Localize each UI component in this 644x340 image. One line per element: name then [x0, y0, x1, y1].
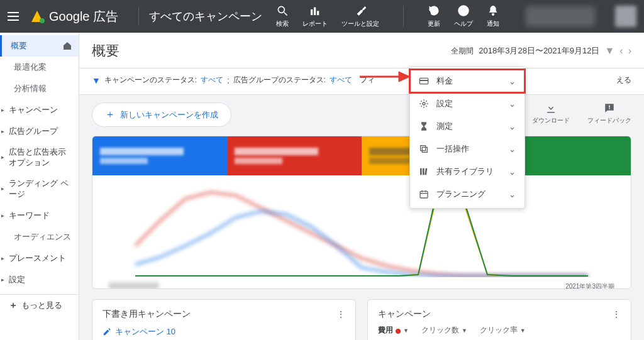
filter-icon[interactable]: ▼ [92, 75, 101, 85]
svg-rect-8 [609, 106, 610, 108]
date-range: 2018年3月28日〜2021年9月12日 [479, 45, 599, 57]
chevron-down-icon: ⌄ [509, 167, 516, 177]
nav-insights[interactable]: 分析情報 [0, 78, 79, 99]
home-icon [62, 41, 72, 51]
nav-adgroups[interactable]: ▸広告グループ [0, 121, 79, 142]
metric-clicks[interactable]: クリック数▼ [421, 325, 467, 336]
chevron-down-icon: ⌄ [509, 190, 516, 199]
chevron-down-icon: ⌄ [509, 99, 516, 109]
chevron-down-icon: ⌄ [509, 122, 516, 131]
nav-campaigns[interactable]: ▸キャンペーン [0, 99, 79, 121]
menu-icon[interactable] [8, 9, 23, 24]
calendar-icon [419, 189, 429, 199]
drafts-campaign-link[interactable]: キャンペーン 10 [103, 326, 345, 337]
svg-rect-19 [425, 168, 427, 175]
library-icon [419, 167, 429, 177]
header-divider-2 [403, 6, 404, 27]
svg-rect-4 [317, 11, 319, 15]
avatar[interactable] [615, 6, 636, 27]
callout-arrow-icon [360, 69, 410, 84]
download-button[interactable]: ダウンロード [532, 102, 570, 125]
metric-ctr[interactable]: クリック率▼ [480, 325, 526, 336]
refresh-icon[interactable]: 更新 [428, 4, 440, 28]
hourglass-icon [419, 121, 429, 131]
stack-icon [419, 144, 429, 154]
feedback-button[interactable]: フィードバック [587, 102, 631, 125]
nav-overview-label: 概要 [11, 40, 27, 52]
campaigns-title: キャンペーン [378, 309, 431, 320]
brand-label: Google 広告 [49, 8, 118, 25]
status-val-2[interactable]: すべて [330, 75, 352, 85]
new-campaign-label: 新しいキャンペーンを作成 [120, 109, 218, 121]
nav-audience[interactable]: オーディエンス [0, 226, 79, 248]
account-info-redacted [526, 6, 595, 26]
chevron-down-icon: ⌄ [509, 145, 516, 154]
svg-rect-18 [423, 168, 425, 175]
date-prev-icon[interactable]: ‹ [619, 45, 623, 57]
nav-landing[interactable]: ▸ランディング ページ [0, 173, 79, 205]
tools-label: ツールと設定 [341, 19, 379, 28]
tools-menu-bulk[interactable]: 一括操作 ⌄ [410, 138, 525, 160]
nav-more[interactable]: ＋もっと見る [0, 294, 79, 316]
metric-tile-blue[interactable] [92, 136, 227, 175]
left-nav: 概要 最適化案 分析情報 ▸キャンペーン ▸広告グループ ▸広告と広告表示オプシ… [0, 33, 79, 340]
svg-rect-16 [422, 147, 427, 152]
svg-rect-3 [314, 8, 316, 15]
tools-menu-measure[interactable]: 測定 ⌄ [410, 115, 525, 138]
tools-menu-settings[interactable]: 設定 ⌄ [410, 92, 525, 115]
metric-cost-dot [396, 329, 401, 334]
date-label: 全期間 [451, 46, 474, 57]
summary-chart-card: 2021年第3四半期 [92, 136, 631, 289]
campaigns-card: キャンペーン ⋮ 費用▼ クリック数▼ クリック率▼ [367, 299, 631, 340]
header-bar: Google 広告 すべてのキャンペーン 検索 レポート ツールと設定 更新 ?… [0, 0, 644, 33]
nav-keywords[interactable]: ▸キーワード [0, 205, 79, 226]
scope-label[interactable]: すべてのキャンペーン [149, 9, 262, 24]
status-text-2: 広告グループのステータス: [233, 75, 326, 85]
svg-rect-15 [421, 146, 426, 151]
metric-cost[interactable]: 費用▼ [378, 325, 409, 336]
google-ads-logo-icon [30, 9, 44, 23]
status-val-1[interactable]: すべて [201, 75, 223, 85]
refresh-label: 更新 [428, 19, 440, 28]
date-range-picker[interactable]: 全期間 2018年3月28日〜2021年9月12日 ▼ ‹ › [451, 45, 631, 57]
date-next-icon[interactable]: › [628, 45, 631, 57]
header-tools: 検索 レポート ツールと設定 更新 ? ヘルプ 通知 [276, 4, 636, 28]
drafts-title: 下書き用キャンペーン [103, 309, 191, 320]
status-trail: える [616, 75, 631, 85]
svg-rect-13 [419, 80, 428, 81]
date-dropdown-icon[interactable]: ▼ [605, 45, 615, 57]
header-divider [138, 7, 139, 26]
help-icon[interactable]: ? ヘルプ [454, 4, 473, 28]
reports-icon[interactable]: レポート [303, 4, 328, 28]
new-campaign-button[interactable]: ＋ 新しいキャンペーンを作成 [92, 102, 231, 127]
page-header: 概要 全期間 2018年3月28日〜2021年9月12日 ▼ ‹ › [79, 33, 644, 69]
svg-rect-9 [609, 108, 610, 109]
gear-icon [419, 99, 429, 109]
tools-icon[interactable]: ツールと設定 [341, 4, 379, 28]
nav-settings[interactable]: ▸設定 [0, 269, 79, 290]
search-icon[interactable]: 検索 [276, 4, 289, 28]
nav-placement[interactable]: ▸プレースメント [0, 248, 79, 269]
svg-point-7 [492, 13, 494, 15]
campaigns-menu-icon[interactable]: ⋮ [612, 309, 621, 319]
tools-menu-shared[interactable]: 共有ライブラリ ⌄ [410, 160, 525, 183]
drafts-menu-icon[interactable]: ⋮ [336, 309, 345, 319]
chart-svg [103, 183, 621, 277]
tools-menu-planning[interactable]: プランニング ⌄ [410, 183, 525, 206]
svg-rect-17 [420, 168, 422, 175]
chart-metric-tiles [92, 136, 631, 175]
svg-rect-2 [311, 9, 313, 14]
nav-optimize[interactable]: 最適化案 [0, 57, 79, 78]
nav-overview[interactable]: 概要 [0, 35, 79, 57]
nav-ads-ext[interactable]: ▸広告と広告表示オプション [0, 142, 79, 173]
tools-menu: 料金 ⌄ 設定 ⌄ 測定 ⌄ 一括操作 ⌄ 共有ライブラリ ⌄ [409, 67, 525, 209]
search-label: 検索 [276, 19, 289, 28]
drafts-card: 下書き用キャンペーン ⋮ キャンペーン 10 [92, 299, 356, 340]
svg-text:?: ? [462, 6, 466, 14]
reports-label: レポート [303, 19, 328, 28]
x-axis-start-redacted [109, 282, 159, 289]
notify-icon[interactable]: 通知 [487, 4, 499, 28]
metric-tile-red[interactable] [227, 136, 362, 175]
chevron-down-icon: ⌄ [509, 77, 516, 86]
tools-menu-billing[interactable]: 料金 ⌄ [410, 70, 525, 92]
